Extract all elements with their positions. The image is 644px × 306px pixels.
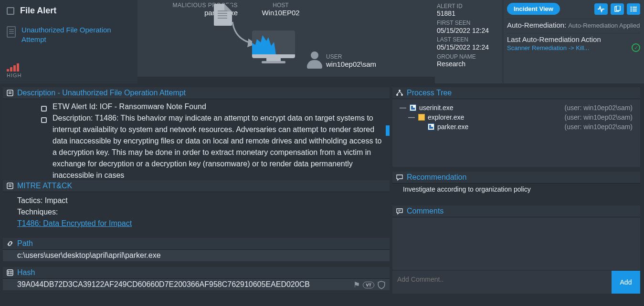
- description-line: Description: T1486: This behavior may in…: [41, 112, 385, 179]
- svg-point-11: [399, 90, 401, 92]
- comment-input[interactable]: [392, 271, 612, 294]
- status-ok-icon: ✓: [632, 43, 640, 52]
- svg-rect-10: [7, 270, 13, 275]
- svg-rect-7: [633, 10, 637, 11]
- group-name-value: Research: [437, 60, 501, 68]
- select-all-checkbox[interactable]: [7, 7, 14, 15]
- main-content: Description - Unauthorized File Operatio…: [0, 83, 644, 306]
- incident-view-button[interactable]: Incident View: [507, 3, 560, 15]
- hash-text: 39A044DB72D3CA39122AF249CD60660D7E200366…: [17, 280, 310, 288]
- mitre-title: MITRE ATT&CK: [17, 182, 72, 190]
- summary-header: File Alert Unauthorized File Operation A…: [0, 0, 644, 83]
- alert-id-value: 51881: [437, 10, 501, 18]
- process-tree-row[interactable]: —explorer.exe(user: win10ep02\sam): [399, 112, 637, 122]
- folder-icon: [418, 114, 425, 121]
- side-column: Process Tree —userinit.exe(user: win10ep…: [390, 83, 644, 306]
- last-action-link[interactable]: Scanner Remediation -> Kill...: [507, 44, 589, 51]
- description-line: ETW Alert Id: IOF - Ransomware Note Foun…: [41, 101, 385, 112]
- file-icon[interactable]: [214, 4, 232, 26]
- windows-app-icon: [428, 123, 434, 130]
- user-icon[interactable]: [307, 51, 322, 69]
- auto-remediation-label: Auto-Remediation:: [507, 21, 566, 29]
- expand-up-arrows-icon[interactable]: ↑↑↑: [314, 76, 327, 84]
- process-tree: —userinit.exe(user: win10ep02\sam)—explo…: [392, 99, 640, 167]
- host-icon[interactable]: [252, 31, 295, 64]
- activity-icon[interactable]: [594, 3, 608, 15]
- process-tree-row[interactable]: parker.exe(user: win10ep02\sam): [399, 122, 637, 132]
- svg-point-13: [401, 94, 403, 96]
- process-user: (user: win10ep02\sam): [565, 123, 637, 131]
- hash-title: Hash: [17, 268, 35, 277]
- process-user: (user: win10ep02\sam): [565, 113, 637, 121]
- recommendation-title: Recommendation: [407, 173, 466, 182]
- alert-id-label: ALERT ID: [437, 3, 501, 10]
- collapse-icon[interactable]: —: [399, 104, 407, 112]
- comment-icon: [395, 207, 404, 215]
- list-icon[interactable]: [627, 3, 640, 15]
- hash-header: Hash: [3, 267, 390, 279]
- recommendation-header: Recommendation: [392, 172, 640, 184]
- comments-header: Comments: [392, 205, 640, 217]
- file-alert-title: File Alert: [20, 6, 56, 16]
- severity-label: HIGH: [7, 72, 133, 78]
- mitre-tactics: Tactics: Impact: [17, 195, 385, 206]
- user-label: USER: [326, 53, 376, 60]
- hash-value: 39A044DB72D3CA39122AF249CD60660D7E200366…: [3, 279, 390, 290]
- path-title: Path: [17, 239, 33, 248]
- last-seen-label: LAST SEEN: [437, 36, 501, 43]
- process-tree-row[interactable]: —userinit.exe(user: win10ep02\sam): [399, 103, 637, 112]
- recommendation-text: Investigate according to organization po…: [392, 184, 640, 201]
- host-label: HOST: [252, 2, 309, 9]
- group-name-label: GROUP NAME: [437, 53, 501, 60]
- flag-icon[interactable]: ⚑: [353, 280, 360, 289]
- mitre-techniques-label: Techniques:: [17, 206, 385, 218]
- document-icon: [7, 26, 16, 38]
- metadata-panel: ALERT ID 51881 FIRST SEEN 05/15/2022 12:…: [435, 0, 503, 83]
- user-value: win10ep02\sam: [326, 60, 376, 68]
- chat-icon: [395, 173, 404, 182]
- process-name: userinit.exe: [419, 104, 454, 112]
- copy-icon[interactable]: [611, 3, 624, 15]
- description-title: Description - Unauthorized File Operatio…: [17, 89, 186, 97]
- comments-title: Comments: [407, 207, 443, 215]
- virustotal-badge[interactable]: VT: [363, 282, 374, 288]
- svg-rect-3: [633, 7, 637, 8]
- path-header: Path: [3, 238, 390, 250]
- details-column: Description - Unauthorized File Operatio…: [0, 83, 390, 306]
- svg-rect-8: [7, 90, 13, 96]
- svg-point-4: [631, 8, 632, 10]
- malware-splat-icon: [252, 31, 276, 54]
- process-name: explorer.exe: [428, 113, 464, 121]
- mitre-technique-link[interactable]: T1486: Data Encrypted for Impact: [17, 219, 132, 227]
- svg-rect-9: [7, 183, 13, 189]
- svg-rect-1: [616, 6, 620, 10]
- process-user: (user: win10ep02\sam): [565, 104, 637, 112]
- file-alert-header: File Alert: [5, 4, 133, 20]
- note-icon: [6, 182, 14, 190]
- process-tree-header: Process Tree: [392, 87, 640, 99]
- last-seen-value: 05/15/2022 12:24: [437, 43, 501, 51]
- auto-remediation-value: Auto-Remediation Applied: [568, 22, 640, 29]
- path-value: c:\users\user\desktop\april\april\parker…: [3, 250, 390, 261]
- host-value: Win10EP02: [252, 9, 309, 17]
- severity-indicator: HIGH: [7, 63, 133, 78]
- shield-icon[interactable]: [377, 281, 386, 289]
- process-name: parker.exe: [437, 123, 468, 131]
- alert-list-item[interactable]: Unauthorized File Operation Attempt: [5, 20, 133, 49]
- process-tree-title: Process Tree: [407, 89, 452, 97]
- remediation-panel: Incident View Auto-Remediation: Auto-Rem…: [503, 0, 644, 83]
- windows-app-icon: [410, 104, 416, 111]
- add-comment-button[interactable]: Add: [612, 271, 640, 294]
- svg-rect-5: [633, 9, 637, 10]
- scrollbar-thumb[interactable]: [386, 125, 390, 136]
- svg-point-12: [396, 94, 398, 96]
- comments-list: [392, 217, 640, 270]
- mitre-header: MITRE ATT&CK: [3, 180, 390, 192]
- first-seen-value: 05/15/2022 12:24: [437, 27, 501, 35]
- last-action-label: Last Auto-Remediation Action: [507, 35, 640, 43]
- hash-icon: [6, 268, 14, 277]
- svg-point-2: [631, 6, 632, 8]
- collapse-icon[interactable]: —: [408, 113, 415, 121]
- link-icon: [6, 239, 14, 248]
- alert-item-label: Unauthorized File Operation Attempt: [21, 25, 131, 44]
